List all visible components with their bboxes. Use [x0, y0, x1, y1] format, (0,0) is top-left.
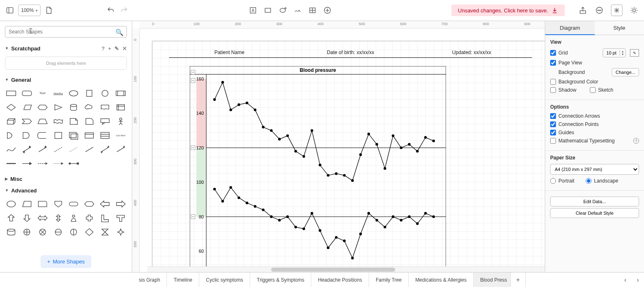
shape-drum[interactable]	[4, 226, 18, 238]
more-shapes-button[interactable]: +More Shapes	[41, 255, 91, 268]
edit-icon[interactable]: ✎	[114, 45, 119, 52]
shape-dotted-line[interactable]	[67, 143, 81, 156]
shape-hexagon[interactable]	[36, 101, 50, 114]
shape-note[interactable]	[67, 115, 81, 128]
more-icon[interactable]	[594, 5, 604, 15]
shape-arrow-lr[interactable]	[36, 212, 50, 224]
bgcolor-checkbox[interactable]	[550, 79, 556, 85]
shape-diamond[interactable]	[4, 101, 18, 114]
shape-arrow-down[interactable]	[20, 212, 34, 224]
misc-header[interactable]: ▶ Misc	[0, 173, 132, 185]
shape-connector1[interactable]	[4, 157, 18, 170]
sheet-prev-button[interactable]: ‹	[619, 273, 632, 287]
sketch-checkbox[interactable]	[590, 87, 596, 93]
sheet-tab[interactable]: Family Tree	[369, 273, 409, 287]
shape-cube[interactable]	[4, 115, 18, 128]
shape-adv-wedge[interactable]	[20, 198, 34, 210]
add-sheet-button[interactable]: +	[511, 273, 526, 287]
shape-arrow-up[interactable]	[4, 212, 18, 224]
shape-adv-shield[interactable]	[51, 198, 65, 210]
shape-internal-storage[interactable]	[114, 101, 128, 114]
help-icon[interactable]: ?	[633, 138, 639, 144]
horizontal-scrollbar[interactable]	[147, 266, 545, 272]
shadow-checkbox[interactable]	[550, 87, 556, 93]
shape-hourglass[interactable]	[98, 226, 112, 238]
shape-step[interactable]	[20, 115, 34, 128]
share-icon[interactable]	[578, 5, 588, 15]
shape-circle-plus[interactable]	[20, 226, 34, 238]
shape-cylinder[interactable]	[67, 101, 81, 114]
shape-tape[interactable]	[51, 115, 65, 128]
general-header[interactable]: ▼ General	[0, 74, 132, 85]
shape-thin-arrow[interactable]	[114, 143, 128, 156]
grid-checkbox[interactable]	[550, 50, 556, 56]
shape-ellipse[interactable]	[67, 87, 81, 100]
shape-connector4[interactable]	[51, 157, 65, 170]
shape-list-item[interactable]: List Item	[114, 129, 128, 142]
shape-text[interactable]: Text	[36, 87, 50, 100]
shape-list[interactable]	[98, 129, 112, 142]
shape-parallelogram[interactable]	[20, 101, 34, 114]
sheet-tab[interactable]: sis Graph	[132, 273, 167, 287]
portrait-radio[interactable]	[550, 178, 556, 184]
grid-color-swatch[interactable]: ✎	[630, 49, 639, 57]
shape-diamond2[interactable]	[82, 226, 96, 238]
math-checkbox[interactable]	[550, 138, 556, 144]
new-page-icon[interactable]	[44, 5, 54, 15]
theme-icon[interactable]	[629, 5, 639, 15]
shape-tee[interactable]	[114, 212, 128, 224]
redo-icon[interactable]	[119, 5, 129, 15]
shape-arrow-right[interactable]	[114, 198, 128, 210]
shape-connector2[interactable]	[20, 157, 34, 170]
shape-arrow-ud[interactable]	[51, 212, 65, 224]
shape-corner[interactable]	[98, 212, 112, 224]
shape-and[interactable]	[20, 129, 34, 142]
scratchpad-dropzone[interactable]: Drag elements here	[5, 57, 127, 70]
shape-rounded-rect[interactable]	[20, 87, 34, 100]
conn-arrows-checkbox[interactable]	[550, 113, 556, 119]
shape-or[interactable]	[4, 129, 18, 142]
unsaved-banner[interactable]: Unsaved changes. Click here to save.	[451, 5, 565, 16]
zoom-select[interactable]: 100%▾	[18, 5, 41, 16]
page[interactable]: Patient Name Date of birth: xx/xx/xx Upd…	[152, 41, 545, 272]
shape-data-store[interactable]	[36, 129, 50, 142]
shape-star4[interactable]	[114, 226, 128, 238]
shape-line[interactable]	[82, 143, 96, 156]
sheet-next-button[interactable]: ›	[632, 273, 644, 287]
ellipse-tool-icon[interactable]	[278, 5, 288, 15]
shape-circle-x[interactable]	[36, 226, 50, 238]
canvas[interactable]: Patient Name Date of birth: xx/xx/xx Upd…	[140, 28, 545, 272]
shape-process[interactable]	[114, 87, 128, 100]
shape-connector3[interactable]	[36, 157, 50, 170]
shape-callout[interactable]	[98, 115, 112, 128]
shape-cloud[interactable]	[82, 101, 96, 114]
shape-card[interactable]	[82, 115, 96, 128]
table-tool-icon[interactable]	[308, 5, 317, 15]
undo-icon[interactable]	[106, 5, 116, 15]
sheet-tab[interactable]: Cyclic symptoms	[199, 273, 250, 287]
rightpanel-toggle-icon[interactable]	[611, 5, 623, 16]
shape-trapezoid[interactable]	[36, 115, 50, 128]
shape-bidir-arrow[interactable]	[20, 143, 34, 156]
clear-style-button[interactable]: Clear Default Style	[550, 208, 639, 218]
shape-adv-hex[interactable]	[82, 198, 96, 210]
grid-size-value[interactable]	[603, 50, 620, 55]
shape-heading[interactable]: Heading	[51, 87, 65, 100]
shape-circle[interactable]	[98, 87, 112, 100]
shape-arrow-left[interactable]	[98, 198, 112, 210]
shape-circle-bar[interactable]	[67, 226, 81, 238]
search-input[interactable]	[5, 26, 127, 38]
help-icon[interactable]: ?	[101, 45, 105, 52]
shape-cross[interactable]	[82, 212, 96, 224]
text-tool-icon[interactable]: A	[248, 5, 258, 15]
change-background-button[interactable]: Change...	[612, 68, 639, 76]
shape-square[interactable]	[82, 87, 96, 100]
advanced-header[interactable]: ▼ Advanced	[0, 185, 132, 196]
shape-person[interactable]	[67, 212, 81, 224]
tab-diagram[interactable]: Diagram	[545, 21, 595, 35]
shape-document[interactable]	[98, 101, 112, 114]
sheet-tab[interactable]: Headache Positions	[311, 273, 369, 287]
sheet-tab[interactable]: Medications & Allergies	[409, 273, 474, 287]
shape-circle-minus[interactable]	[51, 226, 65, 238]
sheet-tab[interactable]: Timeline	[167, 273, 199, 287]
